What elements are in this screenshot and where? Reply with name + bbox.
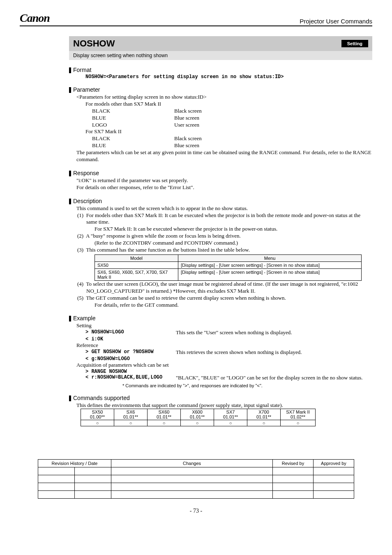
param-note: The parameters which can be set at any g… [76, 149, 372, 163]
ex-row: > GET NOSHOW or ?NOSHOW This retrieves t… [85, 349, 372, 356]
param-key: BLACK [92, 108, 174, 115]
param-val: User screen [174, 122, 199, 129]
desc-2b: (Refer to the ZCONTDRV command and FCONT… [95, 240, 372, 247]
ex-ref: Reference [76, 342, 372, 349]
page: Canon Projector User Commands NOSHOW Set… [0, 0, 392, 523]
command-desc: Display screen setting when nothing show… [69, 51, 372, 60]
param-groupB-title: For SX7 Mark II [85, 128, 372, 135]
ex-setting: Setting [76, 322, 372, 329]
tbl-cell: [Display settings] - [User screen settin… [178, 261, 362, 268]
command-bar: NOSHOW Setting [69, 36, 372, 51]
rev-h3: Revised by [273, 459, 314, 467]
param-intro: <Parameters for setting display screen i… [76, 94, 372, 101]
desc-5a: The GET command can be used to retrieve … [86, 295, 286, 301]
sup-h: SX7 Mark II01.02** [281, 409, 316, 420]
param-row: BLUEBlue screen [92, 142, 372, 149]
section-supported: Commands supported [69, 395, 372, 401]
sup-c: ○ [181, 420, 214, 426]
response-l1: "i:OK" is returned if the parameter was … [76, 177, 372, 184]
ex-cmd: > GET NOSHOW or ?NOSHOW [85, 349, 176, 356]
ex-note: * Commands are indicated by ">", and res… [122, 383, 372, 388]
section-response: Response [69, 170, 372, 176]
support-table: SX5001.00** SX601.01** SX6001.01** X6000… [81, 409, 316, 426]
ex-resp: < g:NOSHOW=LOGO [85, 356, 372, 362]
desc-4: To select the user screen (LOGO), the us… [86, 281, 358, 294]
command-name: NOSHOW [73, 38, 115, 49]
tbl-h1: Model [95, 254, 178, 261]
sup-h: SX701.01** [214, 409, 247, 420]
sup-c: ○ [114, 420, 148, 426]
ex-acq: Acquisition of parameters which can be s… [76, 362, 372, 369]
page-number: - 73 - [20, 508, 372, 514]
rev-h1: Revision History / Date [38, 459, 111, 467]
param-key: BLUE [92, 142, 174, 149]
section-parameter: Parameter [69, 86, 372, 93]
param-val: Black screen [174, 135, 202, 142]
param-val: Blue screen [174, 142, 199, 149]
revision-table-wrap: Revision History / Date Changes Revised … [38, 459, 354, 499]
desc-2a: A "busy" response is given while the zoo… [86, 233, 241, 239]
logo: Canon [20, 12, 50, 25]
sup-c: ○ [148, 420, 181, 426]
param-groupA-title: For models other than SX7 Mark II [85, 101, 372, 108]
content: Format NOSHOW=<Parameters for setting di… [69, 67, 372, 426]
desc-3: This command has the same function as th… [86, 247, 249, 253]
tbl-cell: SX50 [95, 261, 178, 268]
sup-h: SX6001.01** [148, 409, 181, 420]
ex-exp: This sets the "User" screen when nothing… [176, 329, 292, 336]
sup-c: ○ [281, 420, 316, 426]
ex-resp: < i:OK [85, 336, 372, 342]
param-row: BLUEBlue screen [92, 115, 372, 122]
desc-1a: For models other than SX7 Mark II: It ca… [86, 212, 361, 225]
param-row: BLACKBlack screen [92, 135, 372, 142]
sup-h: X70001.01** [247, 409, 281, 420]
ex-row: < r:NOSHOW=BLACK,BLUE,LOGO "BLACK", "BLU… [85, 375, 372, 382]
param-val: Black screen [174, 108, 202, 115]
desc-intro: This command is used to set the screen w… [76, 205, 372, 212]
rev-h2: Changes [111, 459, 273, 467]
section-description: Description [69, 198, 372, 204]
setting-badge: Setting [341, 40, 368, 47]
header: Canon Projector User Commands [20, 12, 372, 26]
sup-h: SX601.01** [114, 409, 148, 420]
tbl-cell: SX6, SX60, X600, SX7, X700, SX7 Mark II [95, 268, 178, 280]
desc-item: (1) For models other than SX7 Mark II: I… [77, 212, 372, 226]
desc-item: (2) A "busy" response is given while the… [77, 233, 372, 240]
rev-h4: Approved by [314, 459, 354, 467]
ex-exp: "BLACK", "BLUE" or "LOGO" can be set for… [176, 375, 363, 382]
desc-5b: For details, refer to the GET command. [95, 302, 372, 309]
revision-table: Revision History / Date Changes Revised … [38, 459, 354, 499]
ex-row: > NOSHOW=LOGO This sets the "User" scree… [85, 329, 372, 336]
format-line: NOSHOW=<Parameters for setting display s… [85, 74, 372, 80]
desc-item: (5) The GET command can be used to retri… [77, 295, 372, 302]
param-val: Blue screen [174, 115, 199, 122]
tbl-h2: Menu [178, 254, 362, 261]
sup-h: SX5001.00** [81, 409, 114, 420]
header-right: Projector User Commands [300, 18, 372, 25]
desc-item: (4) To select the user screen (LOGO), th… [77, 281, 372, 295]
cs-intro: This defines the environments that suppo… [76, 402, 372, 409]
param-key: BLACK [92, 135, 174, 142]
sup-c: ○ [81, 420, 114, 426]
section-format: Format [69, 67, 372, 73]
sup-c: ○ [214, 420, 247, 426]
ex-cmd: > RANGE NOSHOW [85, 369, 372, 375]
desc-item: (3) This command has the same function a… [77, 247, 372, 254]
tbl-cell: [Display settings] - [User screen settin… [178, 268, 362, 280]
ex-cmd: > NOSHOW=LOGO [85, 329, 176, 336]
section-example: Example [69, 315, 372, 321]
param-key: BLUE [92, 115, 174, 122]
ex-exp: This retrieves the screen shown when not… [176, 349, 302, 356]
sup-h: X60001.01** [181, 409, 214, 420]
param-row: LOGOUser screen [92, 122, 372, 129]
desc-1b: For SX7 Mark II: It can be executed when… [95, 226, 372, 233]
ex-resp: < r:NOSHOW=BLACK,BLUE,LOGO [85, 375, 176, 382]
param-row: BLACKBlack screen [92, 108, 372, 115]
desc-table: ModelMenu SX50[Display settings] - [User… [95, 254, 362, 281]
response-l2: For details on other responses, refer to… [76, 184, 372, 191]
sup-c: ○ [247, 420, 281, 426]
param-key: LOGO [92, 122, 174, 129]
